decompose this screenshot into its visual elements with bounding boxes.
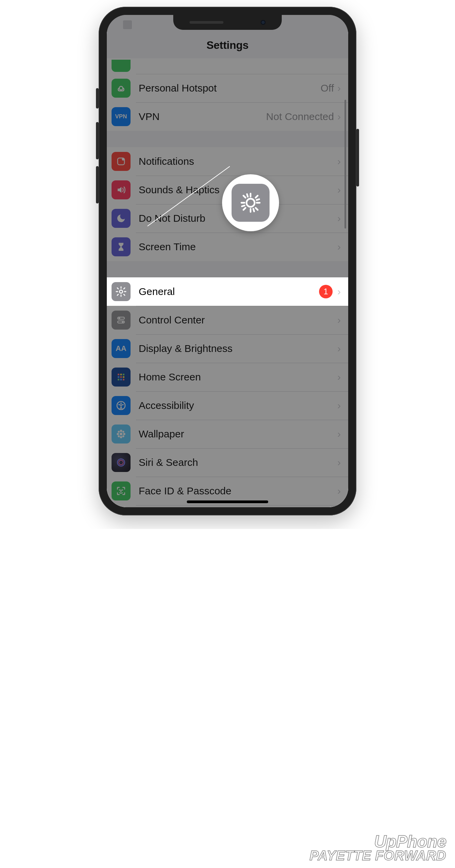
chevron-right-icon: › (337, 241, 341, 253)
hourglass-icon (112, 237, 131, 256)
chevron-right-icon: › (337, 457, 341, 468)
row-value: Off (321, 82, 334, 94)
svg-point-20 (120, 436, 122, 438)
cellular-icon (112, 60, 131, 72)
screen: Settings Personal Hotspot Off › VPN (107, 15, 348, 507)
svg-point-6 (122, 321, 124, 323)
row-value: Not Connected (266, 111, 334, 122)
settings-row-emergency-partial[interactable]: SOS Emergency SOS (107, 505, 348, 507)
svg-rect-9 (123, 374, 124, 375)
svg-point-23 (118, 431, 120, 433)
settings-row-siri[interactable]: Siri & Search › (107, 448, 348, 477)
row-label: General (139, 286, 319, 297)
row-label: Home Screen (139, 371, 337, 383)
text-size-icon: AA (112, 339, 131, 358)
svg-rect-13 (118, 379, 119, 380)
chevron-right-icon: › (337, 400, 341, 411)
grid-icon (112, 368, 131, 387)
settings-row-accessibility[interactable]: Accessibility › (107, 391, 348, 420)
row-label: VPN (139, 111, 266, 122)
svg-point-18 (120, 433, 122, 435)
svg-rect-10 (118, 376, 119, 378)
phone-frame: Settings Personal Hotspot Off › VPN (99, 7, 356, 515)
svg-point-1 (122, 158, 125, 161)
row-label: Wallpaper (139, 428, 337, 440)
chevron-right-icon: › (337, 314, 341, 326)
side-button-volume-up (96, 122, 99, 159)
vpn-icon: VPN (112, 107, 131, 126)
row-label: Face ID & Passcode (139, 485, 337, 497)
faceid-icon (112, 481, 131, 500)
chevron-right-icon: › (337, 82, 341, 94)
section-gap (107, 261, 348, 277)
settings-row-screentime[interactable]: Screen Time › (107, 233, 348, 261)
hotspot-icon (112, 79, 131, 98)
svg-point-19 (120, 430, 122, 432)
gear-icon (232, 184, 270, 222)
moon-icon (112, 209, 131, 228)
notch (173, 15, 282, 30)
chevron-right-icon: › (337, 485, 341, 497)
svg-rect-12 (123, 376, 124, 378)
settings-row-wallpaper[interactable]: Wallpaper › (107, 420, 348, 448)
svg-point-28 (119, 460, 123, 465)
chevron-right-icon: › (337, 184, 341, 196)
siri-icon (112, 453, 131, 472)
chevron-right-icon: › (337, 213, 341, 224)
chevron-right-icon: › (337, 111, 341, 122)
toggles-icon (112, 311, 131, 330)
svg-point-24 (122, 431, 124, 433)
section-gap (107, 131, 348, 147)
svg-rect-11 (120, 376, 122, 378)
svg-point-2 (119, 290, 122, 293)
accessibility-icon (112, 396, 131, 415)
settings-row-notifications[interactable]: Notifications › (107, 147, 348, 176)
sounds-icon (112, 180, 131, 199)
chevron-right-icon: › (337, 286, 341, 297)
svg-point-17 (120, 402, 122, 404)
svg-point-26 (122, 435, 124, 437)
row-label: Personal Hotspot (139, 82, 321, 94)
callout-magnifier (222, 174, 279, 231)
content: Settings Personal Hotspot Off › VPN (107, 15, 348, 507)
speaker-grille (190, 21, 223, 24)
settings-row-cellular-partial[interactable] (107, 58, 348, 74)
notifications-icon (112, 152, 131, 171)
flower-icon (112, 425, 131, 443)
svg-point-30 (122, 490, 122, 490)
svg-rect-14 (120, 379, 122, 380)
side-button-volume-down (96, 166, 99, 203)
side-button-mute (96, 88, 99, 108)
settings-row-hotspot[interactable]: Personal Hotspot Off › (107, 74, 348, 102)
home-indicator[interactable] (187, 500, 268, 503)
svg-point-4 (119, 317, 120, 319)
svg-rect-15 (123, 379, 124, 380)
svg-point-22 (123, 433, 125, 435)
row-label: Control Center (139, 314, 337, 326)
svg-point-21 (117, 433, 119, 435)
nav-header: Settings (107, 32, 348, 58)
gear-icon (112, 282, 131, 301)
settings-row-vpn[interactable]: VPN VPN Not Connected › (107, 102, 348, 131)
row-label: Siri & Search (139, 457, 337, 468)
row-label: Display & Brightness (139, 343, 337, 354)
scroll-indicator[interactable] (344, 100, 346, 229)
settings-row-general[interactable]: General 1 › (107, 277, 348, 306)
row-label: Notifications (139, 156, 337, 167)
notification-badge: 1 (319, 285, 333, 298)
status-placeholder-icon (123, 20, 132, 29)
svg-point-29 (119, 490, 120, 490)
chevron-right-icon: › (337, 371, 341, 383)
side-button-power (356, 129, 359, 186)
chevron-right-icon: › (337, 343, 341, 354)
settings-row-home-screen[interactable]: Home Screen › (107, 363, 348, 391)
row-label: Accessibility (139, 400, 337, 411)
row-label: Screen Time (139, 241, 337, 253)
svg-rect-7 (118, 374, 119, 375)
settings-row-display[interactable]: AA Display & Brightness › (107, 334, 348, 363)
settings-row-control-center[interactable]: Control Center › (107, 306, 348, 334)
svg-rect-8 (120, 374, 122, 375)
chevron-right-icon: › (337, 428, 341, 440)
front-camera (261, 20, 265, 25)
svg-point-31 (246, 199, 255, 207)
